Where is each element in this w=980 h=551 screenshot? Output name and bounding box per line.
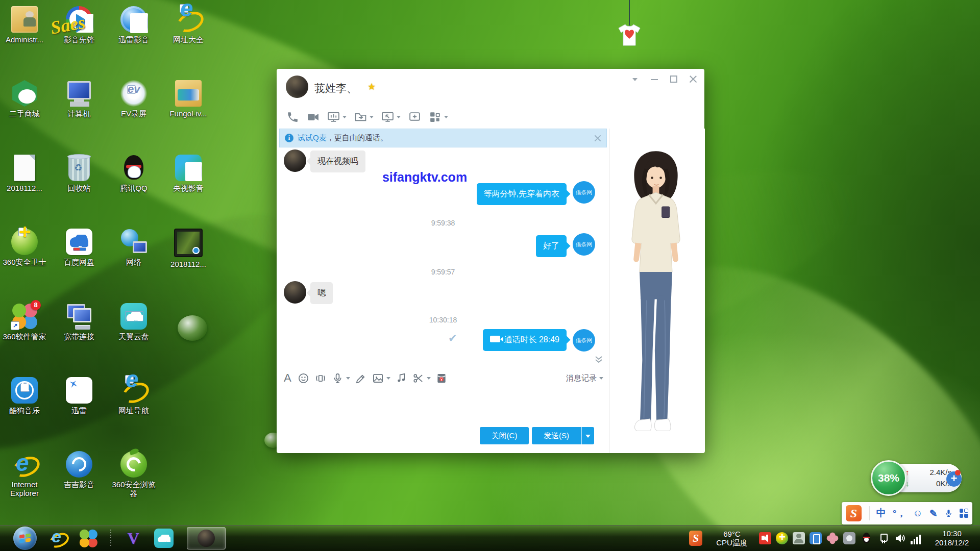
desktop-icon-jiji-yingyin[interactable]: 吉吉影音 xyxy=(55,451,104,489)
taskbar-v-player-icon[interactable] xyxy=(124,529,143,548)
screenshot-tool[interactable] xyxy=(412,372,431,384)
desktop-icon-baidu-netdisk[interactable]: 百度网盘 xyxy=(55,229,104,266)
taskbar-sogou-pinwheel-icon[interactable] xyxy=(79,529,98,548)
desktop-icon-wangzhidaohang[interactable]: 网址导航 xyxy=(109,377,158,415)
chevron-down-icon xyxy=(342,116,347,120)
taskbar-ie-icon[interactable] xyxy=(48,529,67,548)
start-button[interactable] xyxy=(13,527,37,550)
tray-camera-icon[interactable] xyxy=(843,532,855,544)
desktop-icon-xunlei[interactable]: 迅雷 xyxy=(55,377,104,415)
apps-button[interactable] xyxy=(427,110,450,124)
desktop-icon-cctv-yingyin[interactable]: 央视影音 xyxy=(164,155,213,192)
peer-message-avatar[interactable] xyxy=(284,149,306,172)
self-avatar[interactable]: 借条网 xyxy=(573,329,595,352)
tray-announce-icon[interactable] xyxy=(759,532,771,544)
favorite-star-icon xyxy=(368,81,376,92)
desktop-icon-ershoushangcheng[interactable]: 二手商城 xyxy=(0,80,49,118)
desktop-icon-network[interactable]: 网络 xyxy=(109,229,158,266)
window-titlebar[interactable]: 莪姓李、 xyxy=(277,69,704,108)
send-file-button[interactable] xyxy=(353,110,375,124)
minimize-icon[interactable] xyxy=(650,75,658,83)
desktop-icon-ev-luping[interactable]: EV录屏 xyxy=(109,80,158,118)
self-avatar[interactable]: 借条网 xyxy=(573,233,595,256)
qmai-link[interactable]: 试试Q麦 xyxy=(298,133,327,143)
hanging-shirt-widget[interactable] xyxy=(616,0,646,47)
font-tool[interactable]: A xyxy=(284,371,291,385)
tray-qq-icon[interactable] xyxy=(860,532,872,544)
message-history-button[interactable]: 消息记录 xyxy=(566,373,603,383)
taskbar-cloud-icon[interactable] xyxy=(154,529,174,548)
tray-user-icon[interactable] xyxy=(793,532,805,544)
tray-power-icon[interactable] xyxy=(877,532,889,544)
qq-penguin-icon xyxy=(120,155,147,181)
red-packet-tool[interactable] xyxy=(436,372,447,384)
windows-flag-icon xyxy=(19,533,31,543)
tray-sogou-s-icon[interactable]: S xyxy=(689,531,702,546)
desktop-icon-360-ruanjianguanjia[interactable]: 8 360软件管家 xyxy=(0,303,49,341)
scroll-to-bottom-icon[interactable] xyxy=(594,356,603,364)
message-area[interactable]: 现在视频吗 sifangktv.com 等两分钟,先穿着内衣 借条网 9:59:… xyxy=(277,147,609,366)
desktop-icon-wangzhidaquan[interactable]: 网址大全 xyxy=(164,6,213,44)
desktop-icon-computer[interactable]: 计算机 xyxy=(55,80,104,118)
desktop-icon-administrator[interactable]: Administr... xyxy=(0,6,49,44)
ime-emoji-icon[interactable]: ☺ xyxy=(913,508,922,519)
ime-punctuation[interactable]: °， xyxy=(893,507,906,520)
emoji-tool[interactable] xyxy=(298,372,309,384)
send-options-dropdown[interactable] xyxy=(581,427,594,444)
taskbar-clock[interactable]: 10:30 2018/12/2 xyxy=(930,529,974,547)
accelerate-button[interactable] xyxy=(946,471,962,487)
window-menu-icon[interactable] xyxy=(631,75,639,83)
ime-voice-icon[interactable] xyxy=(944,508,953,518)
maximize-icon[interactable] xyxy=(670,75,678,83)
incoming-message: 现在视频吗 xyxy=(310,151,365,172)
shield-ball-icon xyxy=(11,229,38,255)
peer-avatar[interactable] xyxy=(286,76,308,98)
remote-desktop-button[interactable] xyxy=(380,110,402,124)
tray-phone-icon[interactable] xyxy=(810,532,822,544)
taskbar-qq-chat-task[interactable] xyxy=(187,527,226,549)
desktop-icon-fungolive[interactable]: FungoLiv... xyxy=(164,80,213,118)
desktop-icon-tianyi-cloud[interactable]: 天翼云盘 xyxy=(109,303,158,341)
desktop-icon-yingyinxianfeng[interactable]: Saes 影音先锋 xyxy=(55,6,104,44)
tray-volume-icon[interactable] xyxy=(894,532,906,544)
sogou-ime-bar[interactable]: S 中 °， ☺ ✎ xyxy=(842,502,972,524)
voice-call-button[interactable] xyxy=(285,110,301,124)
desktop-icon-recycle-bin[interactable]: 回收站 xyxy=(55,155,104,192)
sogou-logo[interactable]: S xyxy=(846,505,862,521)
ime-mode-chinese[interactable]: 中 xyxy=(876,507,886,520)
tray-flower-icon[interactable] xyxy=(826,532,839,544)
peer-message-avatar[interactable] xyxy=(284,281,306,304)
self-avatar[interactable]: 借条网 xyxy=(573,181,595,204)
desktop-icon-tencent-qq[interactable]: 腾讯QQ xyxy=(109,155,158,192)
handwrite-tool[interactable] xyxy=(355,372,367,384)
ime-handwrite-icon[interactable]: ✎ xyxy=(929,508,938,519)
desktop-icon-kugou[interactable]: 酷狗音乐 xyxy=(0,377,49,415)
screen-share-button[interactable] xyxy=(326,110,348,124)
desktop-icon-video-file[interactable]: 2018112... xyxy=(164,229,213,268)
cctv-player-icon xyxy=(175,155,202,181)
close-chat-button[interactable]: 关闭(C) xyxy=(480,427,529,444)
desktop-icon-xunlei-yingyin[interactable]: 迅雷影音 xyxy=(109,6,158,44)
image-tool[interactable] xyxy=(372,372,390,384)
360-float-ball[interactable]: 2.4K/s 0K/s 38% xyxy=(871,460,964,497)
window-shake-tool[interactable] xyxy=(314,372,327,384)
desktop-icon-360-browser[interactable]: 360安全浏览器 xyxy=(109,451,158,497)
desktop-icon-360-weishi[interactable]: 360安全卫士 xyxy=(0,229,49,266)
notice-close-icon[interactable] xyxy=(594,135,601,142)
tray-360-icon[interactable] xyxy=(776,532,788,544)
qq-show-panel[interactable] xyxy=(609,129,705,453)
create-group-button[interactable] xyxy=(407,110,423,124)
desktop-icon-internet-explorer[interactable]: Internet Explorer xyxy=(0,451,49,497)
send-button[interactable]: 发送(S) xyxy=(532,427,581,444)
ime-toolbox-icon[interactable] xyxy=(960,509,968,518)
voice-message-tool[interactable] xyxy=(332,372,350,384)
tray-network-signal-icon[interactable] xyxy=(911,532,923,544)
desktop-icon-broadband[interactable]: 宽带连接 xyxy=(55,303,104,341)
message-input[interactable] xyxy=(277,388,609,425)
desktop-icon-document[interactable]: 2018112... xyxy=(0,155,49,192)
close-icon[interactable] xyxy=(689,75,697,83)
video-call-button[interactable] xyxy=(305,110,321,124)
info-icon xyxy=(285,134,293,142)
memory-percent-ball[interactable]: 38% xyxy=(871,460,906,496)
music-tool[interactable] xyxy=(396,372,407,384)
